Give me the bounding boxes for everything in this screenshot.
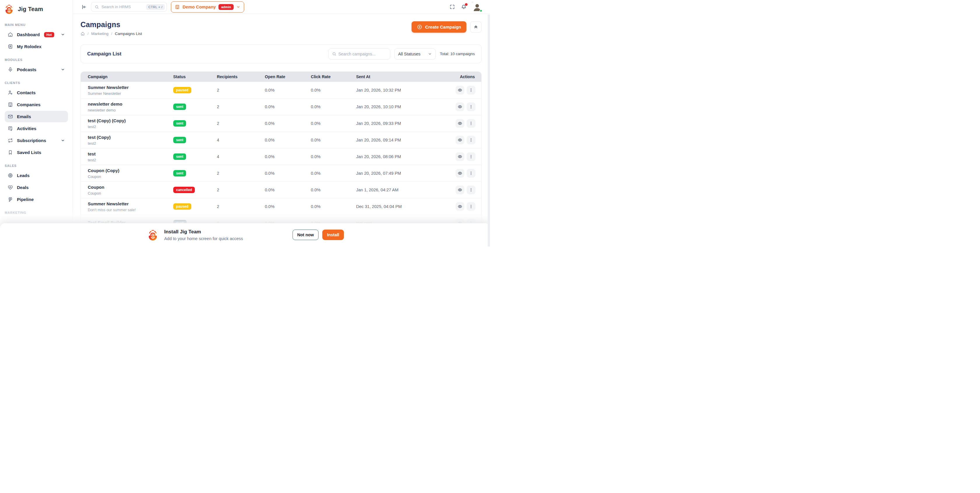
campaign-subject: test2 bbox=[88, 158, 173, 162]
global-search[interactable]: CTRL + / bbox=[91, 2, 167, 12]
click-rate: 0.0% bbox=[311, 204, 356, 209]
row-menu-button[interactable] bbox=[467, 202, 476, 211]
view-campaign-button[interactable] bbox=[456, 136, 465, 145]
chevron-down-icon bbox=[60, 67, 65, 72]
collapse-panel-button[interactable] bbox=[470, 21, 482, 33]
sidebar-section-main-menu: MAIN MENU bbox=[0, 18, 73, 28]
status-filter-select[interactable]: All Statuses bbox=[395, 48, 436, 59]
sent-at: Jan 1, 2026, 04:27 AM bbox=[356, 188, 446, 192]
campaign-list-toolbar: Campaign List All Statuses Total: 10 cam… bbox=[81, 45, 482, 63]
sidebar-item-label: Activities bbox=[17, 126, 37, 131]
row-menu-button[interactable] bbox=[467, 152, 476, 161]
campaigns-table: Campaign Status Recipients Open Rate Cli… bbox=[81, 72, 482, 231]
campaign-search[interactable] bbox=[328, 48, 390, 59]
table-row[interactable]: Coupon (Copy)Coupon sent 2 0.0% 0.0% Jan… bbox=[81, 165, 481, 181]
row-menu-button[interactable] bbox=[467, 169, 476, 178]
sidebar-item-dashboard[interactable]: Dashboard Hot bbox=[5, 29, 68, 40]
sidebar-item-contacts[interactable]: Contacts bbox=[5, 87, 68, 98]
total-count: Total: 10 campaigns bbox=[440, 52, 475, 56]
sidebar-item-deals[interactable]: Deals bbox=[5, 182, 68, 193]
sidebar-item-label: Subscriptions bbox=[17, 138, 46, 143]
table-row[interactable]: Summer NewsletterDon't miss our summer s… bbox=[81, 198, 481, 215]
sidebar-section-modules: MODULES bbox=[0, 53, 73, 63]
view-campaign-button[interactable] bbox=[456, 186, 465, 194]
sidebar-item-pipeline[interactable]: Pipeline bbox=[5, 194, 68, 205]
sidebar-item-activities[interactable]: Activities bbox=[5, 123, 68, 134]
admin-badge: admin bbox=[218, 4, 234, 10]
campaign-name: test (Copy) (Copy) bbox=[88, 118, 173, 123]
recipients-count: 2 bbox=[217, 121, 265, 126]
open-rate: 0.0% bbox=[265, 171, 311, 176]
status-badge: sent bbox=[173, 103, 186, 110]
recipients-count: 2 bbox=[217, 188, 265, 192]
view-campaign-button[interactable] bbox=[456, 169, 465, 178]
table-row[interactable]: testtest2 sent 4 0.0% 0.0% Jan 20, 2026,… bbox=[81, 148, 481, 165]
user-menu[interactable] bbox=[473, 2, 482, 12]
scrollbar[interactable] bbox=[488, 14, 490, 247]
page-title: Campaigns bbox=[81, 21, 142, 29]
topbar: CTRL + / Demo Company admin bbox=[73, 0, 490, 14]
sidebar-section-sales: SALES bbox=[0, 159, 73, 169]
not-now-button[interactable]: Not now bbox=[293, 230, 318, 240]
click-rate: 0.0% bbox=[311, 171, 356, 176]
row-menu-button[interactable] bbox=[467, 119, 476, 128]
row-menu-button[interactable] bbox=[467, 186, 476, 194]
sidebar-item-label: Deals bbox=[17, 185, 29, 190]
sidebar: Jig Team MAIN MENU Dashboard Hot My Rolo… bbox=[0, 0, 73, 247]
campaign-name: newsletter demo bbox=[88, 102, 173, 107]
campaign-search-input[interactable] bbox=[338, 52, 387, 56]
table-row[interactable]: test (Copy) (Copy)test2 sent 2 0.0% 0.0%… bbox=[81, 115, 481, 132]
column-header-status: Status bbox=[173, 75, 217, 79]
table-row[interactable]: Summer NewsletterSummer Newsletter pause… bbox=[81, 82, 481, 98]
view-campaign-button[interactable] bbox=[456, 119, 465, 128]
jig-team-logo-icon bbox=[3, 3, 15, 15]
view-campaign-button[interactable] bbox=[456, 152, 465, 161]
breadcrumb: / Marketing / Campaigns List bbox=[81, 32, 142, 36]
install-banner: Install Jig Team Add to your home screen… bbox=[0, 223, 490, 247]
sidebar-item-label: Saved Lists bbox=[17, 150, 41, 155]
brand[interactable]: Jig Team bbox=[0, 0, 73, 18]
home-icon[interactable] bbox=[81, 32, 85, 36]
row-menu-button[interactable] bbox=[467, 86, 476, 94]
sidebar-item-saved-lists[interactable]: Saved Lists bbox=[5, 147, 68, 158]
sent-at: Jan 20, 2026, 09:33 PM bbox=[356, 121, 446, 126]
recipients-count: 4 bbox=[217, 154, 265, 159]
notifications-bell-icon[interactable] bbox=[461, 4, 467, 10]
open-rate: 0.0% bbox=[265, 204, 311, 209]
sidebar-item-my-rolodex[interactable]: My Rolodex bbox=[5, 41, 68, 52]
table-row[interactable]: CouponCoupon cancelled 2 0.0% 0.0% Jan 1… bbox=[81, 181, 481, 198]
install-button[interactable]: Install bbox=[322, 230, 344, 240]
header-actions: Create Campaign bbox=[412, 21, 482, 33]
target-icon bbox=[8, 173, 13, 178]
create-campaign-label: Create Campaign bbox=[425, 24, 461, 29]
sidebar-item-label: Podcasts bbox=[17, 67, 37, 72]
row-menu-button[interactable] bbox=[467, 102, 476, 111]
row-menu-button[interactable] bbox=[467, 136, 476, 145]
status-badge: cancelled bbox=[173, 187, 195, 193]
view-campaign-button[interactable] bbox=[456, 86, 465, 94]
create-campaign-button[interactable]: Create Campaign bbox=[412, 21, 466, 33]
sidebar-collapse-icon[interactable] bbox=[81, 4, 87, 10]
campaign-subject: test2 bbox=[88, 124, 173, 129]
sent-at: Jan 20, 2026, 10:32 PM bbox=[356, 88, 446, 92]
sidebar-item-emails[interactable]: Emails bbox=[5, 111, 68, 122]
jig-team-logo-icon bbox=[146, 228, 159, 242]
view-campaign-button[interactable] bbox=[456, 202, 465, 211]
search-input[interactable] bbox=[102, 5, 144, 9]
click-rate: 0.0% bbox=[311, 121, 356, 126]
app-window: Jig Team MAIN MENU Dashboard Hot My Rolo… bbox=[0, 0, 490, 247]
sidebar-item-label: My Rolodex bbox=[17, 44, 41, 49]
click-rate: 0.0% bbox=[311, 154, 356, 159]
sidebar-item-subscriptions[interactable]: Subscriptions bbox=[5, 135, 68, 146]
sidebar-item-companies[interactable]: Companies bbox=[5, 99, 68, 110]
breadcrumb-marketing[interactable]: Marketing bbox=[91, 32, 108, 36]
table-row[interactable]: newsletter demonewsletter demo sent 2 0.… bbox=[81, 98, 481, 115]
fullscreen-icon[interactable] bbox=[449, 4, 455, 10]
sidebar-item-podcasts[interactable]: Podcasts bbox=[5, 64, 68, 75]
building-icon bbox=[8, 102, 13, 107]
sidebar-item-leads[interactable]: Leads bbox=[5, 170, 68, 181]
company-switcher[interactable]: Demo Company admin bbox=[171, 2, 244, 13]
table-row[interactable]: test (Copy)test2 sent 4 0.0% 0.0% Jan 20… bbox=[81, 132, 481, 148]
chevrons-up-icon bbox=[473, 24, 478, 29]
view-campaign-button[interactable] bbox=[456, 102, 465, 111]
